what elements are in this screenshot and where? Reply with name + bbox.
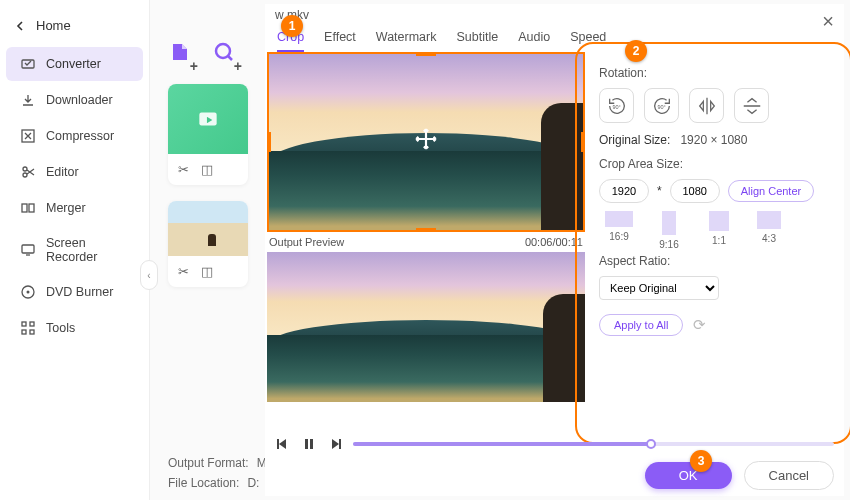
back-icon [14,20,26,32]
tab-speed[interactable]: Speed [570,30,606,52]
collapse-handle[interactable]: ‹ [140,260,158,290]
svg-text:90°: 90° [657,103,665,109]
apply-to-all-button[interactable]: Apply to All [599,314,683,336]
move-icon[interactable] [413,126,439,158]
align-center-button[interactable]: Align Center [728,180,815,202]
video-thumb-2 [168,201,248,256]
add-file-button[interactable]: + [168,40,192,70]
sidebar-item-merger[interactable]: Merger [6,191,143,225]
rotation-label: Rotation: [599,66,828,80]
file-location-value: D: [247,476,259,490]
sidebar-item-label: Downloader [46,93,113,107]
home-label: Home [36,18,71,33]
modal-footer: OK Cancel [267,436,842,492]
media-card-2[interactable]: ✂ ◫ [168,201,248,287]
crop-handle-left[interactable] [267,132,271,152]
flip-vertical-button[interactable] [734,88,769,123]
sidebar-item-converter[interactable]: Converter [6,47,143,81]
cut-icon[interactable]: ✂ [178,264,189,279]
crop-handle-bottom[interactable] [416,228,436,232]
svg-rect-6 [22,245,34,253]
sidebar-item-label: Tools [46,321,75,335]
media-card-1[interactable]: ✂ ◫ [168,84,248,185]
sidebar-item-screen-recorder[interactable]: Screen Recorder [6,227,143,273]
video-thumb-1 [168,84,248,154]
seek-track[interactable] [353,442,834,446]
tab-watermark[interactable]: Watermark [376,30,437,52]
compress-icon [20,128,36,144]
sidebar-item-dvd-burner[interactable]: DVD Burner [6,275,143,309]
plus-icon: + [190,58,198,74]
callout-1: 1 [281,15,303,37]
sidebar-item-label: Compressor [46,129,114,143]
crop-separator: * [657,184,662,198]
crop-height-input[interactable] [670,179,720,203]
output-preview-label: Output Preview [269,236,344,248]
cut-icon[interactable]: ✂ [178,162,189,177]
pause-button[interactable] [301,436,317,452]
svg-rect-9 [22,322,26,326]
tab-audio[interactable]: Audio [518,30,550,52]
grid-icon [20,320,36,336]
next-frame-button[interactable] [327,436,343,452]
rotate-ccw-button[interactable]: 90° [644,88,679,123]
tab-subtitle[interactable]: Subtitle [456,30,498,52]
scissors-icon [20,164,36,180]
rotate-cw-button[interactable]: 90° [599,88,634,123]
sidebar-item-tools[interactable]: Tools [6,311,143,345]
crop-icon[interactable]: ◫ [201,162,213,177]
tab-bar: Crop Effect Watermark Subtitle Audio Spe… [265,4,844,54]
merge-icon [20,200,36,216]
home-link[interactable]: Home [0,12,149,47]
reset-icon[interactable]: ⟳ [693,316,706,334]
preset-1-1[interactable]: 1:1 [699,211,739,250]
sidebar-item-compressor[interactable]: Compressor [6,119,143,153]
sidebar-item-label: Screen Recorder [46,236,129,264]
prev-frame-button[interactable] [275,436,291,452]
flip-horizontal-button[interactable] [689,88,724,123]
svg-point-8 [27,291,30,294]
preset-9-16[interactable]: 9:16 [649,211,689,250]
seek-fill [353,442,651,446]
file-location-label: File Location: [168,476,239,490]
edit-modal: w mkv × Crop Effect Watermark Subtitle A… [265,4,844,496]
callout-3: 3 [690,450,712,472]
download-icon [20,92,36,108]
output-preview [267,252,585,402]
time-display: 00:06/00:11 [525,236,583,248]
svg-rect-12 [30,330,34,334]
svg-rect-19 [310,439,313,449]
crop-settings-panel: Rotation: 90° 90° Original Size: 1920 × … [585,52,842,434]
plus-icon: + [234,58,242,74]
crop-width-input[interactable] [599,179,649,203]
add-online-button[interactable]: + [212,40,236,70]
svg-rect-4 [22,204,27,212]
sidebar-item-label: Editor [46,165,79,179]
preview-infobar: Output Preview 00:06/00:11 [267,232,585,252]
preset-4-3[interactable]: 4:3 [749,211,789,250]
sidebar-item-label: Merger [46,201,86,215]
svg-rect-10 [30,322,34,326]
crop-preview[interactable] [267,52,585,232]
aspect-ratio-select[interactable]: Keep Original [599,276,719,300]
crop-icon[interactable]: ◫ [201,264,213,279]
bottom-fields: Output Format:M File Location:D: [168,456,267,490]
svg-rect-20 [339,439,341,449]
tab-effect[interactable]: Effect [324,30,356,52]
preset-16-9[interactable]: 16:9 [599,211,639,250]
svg-rect-18 [305,439,308,449]
disc-icon [20,284,36,300]
converter-icon [20,56,36,72]
aspect-ratio-label: Aspect Ratio: [599,254,828,268]
aspect-preset-row: 16:9 9:16 1:1 4:3 [599,211,828,250]
card-actions-2: ✂ ◫ [168,256,248,287]
sidebar-item-downloader[interactable]: Downloader [6,83,143,117]
sidebar-item-editor[interactable]: Editor [6,155,143,189]
ok-button[interactable]: OK [645,462,732,489]
original-size-label: Original Size: [599,133,670,147]
crop-handle-top[interactable] [416,52,436,56]
cancel-button[interactable]: Cancel [744,461,834,490]
svg-rect-11 [22,330,26,334]
sidebar-item-label: Converter [46,57,101,71]
seek-knob[interactable] [646,439,656,449]
